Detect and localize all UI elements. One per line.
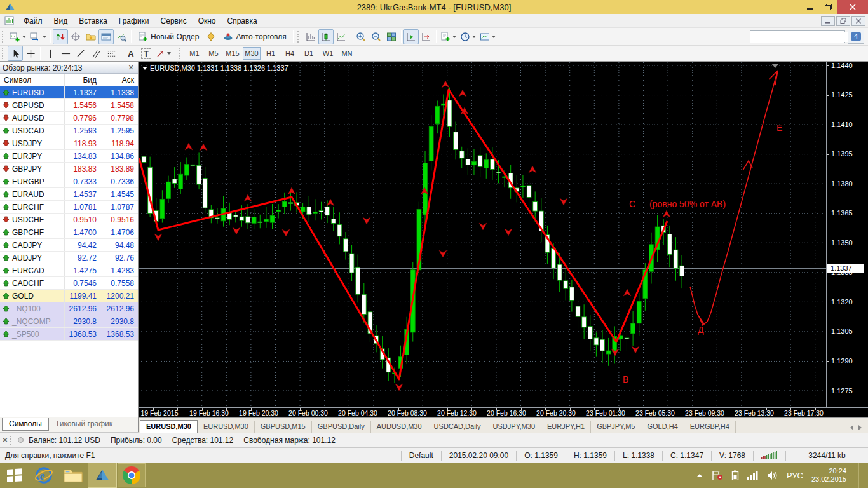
templates-button[interactable] (478, 29, 498, 44)
menu-item-Сервис[interactable]: Сервис (155, 15, 193, 27)
autotrading-button[interactable]: Авто-торговля (219, 29, 290, 44)
dropdown-caret[interactable] (22, 36, 26, 38)
chart-shift-button[interactable] (419, 29, 434, 44)
taskbar-clock[interactable]: 20:24 23.02.2015 (811, 467, 846, 484)
market-watch-row[interactable]: USDJPY118.93118.94 (0, 137, 138, 150)
speaker-icon[interactable] (767, 471, 778, 480)
taskbar-explorer-icon[interactable] (58, 463, 88, 488)
dropdown-caret[interactable] (472, 36, 476, 38)
metaeditor-button[interactable] (203, 29, 219, 44)
cursor-tool-button[interactable] (8, 46, 23, 61)
notifications-button[interactable]: 4 (848, 30, 864, 44)
terminal-close-icon[interactable]: ✕ (0, 437, 10, 444)
market-watch-row[interactable]: EURJPY134.83134.86 (0, 150, 138, 163)
menu-item-Вставка[interactable]: Вставка (73, 15, 113, 27)
indicators-button[interactable] (438, 29, 458, 44)
terminal-button[interactable] (98, 29, 114, 44)
show-desktop-button[interactable] (858, 463, 863, 488)
panel-tab-Тиковый график[interactable]: Тиковый график (49, 418, 119, 430)
column-ask[interactable]: Аск (100, 74, 138, 86)
market-watch-toggle-button[interactable] (53, 29, 68, 44)
dropdown-caret[interactable] (452, 36, 456, 38)
market-watch-row[interactable]: GBPCHF1.47001.4706 (0, 226, 138, 239)
market-watch-row[interactable]: EURGBP0.73330.7336 (0, 175, 138, 188)
zoom-out-button[interactable] (369, 29, 384, 44)
timeframe-H4[interactable]: H4 (281, 47, 299, 60)
crosshair-tool-button[interactable] (23, 46, 38, 61)
scroll-tabs-right-icon[interactable] (858, 425, 862, 430)
chart-shift-marker[interactable] (771, 64, 779, 68)
column-bid[interactable]: Бид (65, 74, 100, 86)
market-watch-row[interactable]: USDCHF0.95100.9516 (0, 214, 138, 226)
chart-tab[interactable]: GBPUSD,M15 (255, 421, 312, 433)
data-window-button[interactable] (68, 29, 83, 44)
freehand-arrow[interactable] (690, 71, 778, 325)
market-watch-row[interactable]: EURCHF1.07811.0787 (0, 201, 138, 214)
market-watch-row[interactable]: GBPUSD1.54561.5458 (0, 99, 138, 112)
status-profile[interactable]: Default (401, 451, 441, 461)
mdi-minimize-button[interactable] (821, 16, 835, 26)
restore-button[interactable] (819, 0, 837, 14)
label-tool-button[interactable]: T (139, 46, 154, 61)
market-watch-row[interactable]: CADCHF0.75460.7558 (0, 277, 138, 290)
taskbar-ie-icon[interactable]: e (29, 463, 58, 488)
chart-tab[interactable]: GBPJPY,M5 (591, 421, 641, 433)
menu-item-Графики[interactable]: Графики (113, 15, 155, 27)
market-watch-row[interactable]: _NQCOMP2930.82930.8 (0, 315, 138, 328)
taskbar-mt4-icon[interactable] (88, 463, 117, 488)
market-watch-row[interactable]: GBPJPY183.83183.89 (0, 163, 138, 175)
toolbar-grip[interactable] (2, 31, 5, 43)
new-order-button[interactable]: Новый Ордер (133, 29, 203, 44)
chart-tab[interactable]: EURGBP,H4 (684, 421, 736, 433)
market-watch-row[interactable]: EURUSD1.13371.1338 (0, 86, 138, 99)
strategy-tester-button[interactable] (114, 29, 129, 44)
keyboard-language[interactable]: РУС (787, 471, 803, 480)
chart-plot-area[interactable]: С(ровно 50% от АВ)ВДЕEURUSD,M30 1.1331 1… (139, 62, 826, 407)
start-button[interactable] (0, 463, 29, 488)
chart-tab[interactable]: EURUSD,M30 (198, 421, 255, 433)
close-button[interactable] (837, 0, 868, 14)
chart-tab[interactable]: USDCAD,Daily (428, 421, 487, 433)
market-watch-row[interactable]: EURCAD1.42751.4283 (0, 264, 138, 277)
taskbar-chrome-icon[interactable] (118, 463, 146, 487)
chart-tab[interactable]: EURJPY,H1 (541, 421, 591, 433)
column-symbol[interactable]: Символ (0, 74, 65, 86)
channel-tool-button[interactable] (88, 46, 104, 61)
menu-item-Справка[interactable]: Справка (222, 15, 263, 27)
chart-collapse-icon[interactable] (142, 67, 147, 70)
market-watch-column-headers[interactable]: Символ Бид Аск (0, 74, 138, 86)
market-watch-row[interactable]: CADJPY94.4294.48 (0, 239, 138, 252)
search-input[interactable] (750, 32, 854, 42)
chart-tab[interactable]: USDJPY,M30 (487, 421, 541, 433)
periods-button[interactable] (458, 29, 478, 44)
chart-tab[interactable]: GBPUSD,Daily (312, 421, 371, 433)
terminal-drag-handle[interactable] (10, 436, 13, 445)
market-watch-row[interactable]: _NQ1002612.962612.96 (0, 302, 138, 315)
dropdown-caret[interactable] (167, 52, 171, 55)
menu-item-Файл[interactable]: Файл (18, 15, 48, 27)
price-scale[interactable]: 1.14401.14251.14101.13951.13801.13651.13… (826, 62, 868, 407)
mdi-close-button[interactable] (851, 16, 865, 26)
candlestick-chart-button[interactable] (318, 29, 334, 44)
chart-tab[interactable]: GOLD,H4 (641, 421, 684, 433)
tray-expand-icon[interactable] (696, 473, 703, 478)
text-tool-button[interactable]: A (123, 46, 139, 61)
timeframe-M15[interactable]: M15 (224, 47, 241, 60)
market-watch-row[interactable]: USDCAD1.25931.2595 (0, 125, 138, 137)
battery-icon[interactable] (731, 470, 739, 480)
market-watch-row[interactable]: GOLD1199.411200.21 (0, 290, 138, 302)
menu-item-Вид[interactable]: Вид (48, 15, 74, 27)
toolbar-grip[interactable] (179, 48, 182, 59)
timeframe-M5[interactable]: M5 (205, 47, 222, 60)
dropdown-caret[interactable] (492, 36, 496, 38)
bar-chart-button[interactable] (303, 29, 318, 44)
tile-windows-button[interactable] (384, 29, 399, 44)
timeframe-MN[interactable]: MN (338, 47, 356, 60)
market-watch-row[interactable]: AUDUSD0.77960.7798 (0, 112, 138, 125)
action-center-flag-icon[interactable] (712, 470, 723, 480)
chart-tab[interactable]: EURUSD,M30 (140, 420, 198, 433)
network-bars-icon[interactable] (747, 471, 759, 480)
vertical-line-tool-button[interactable] (43, 46, 58, 61)
market-watch-close-icon[interactable]: ✕ (126, 64, 135, 72)
arrows-tool-button[interactable] (154, 46, 173, 61)
